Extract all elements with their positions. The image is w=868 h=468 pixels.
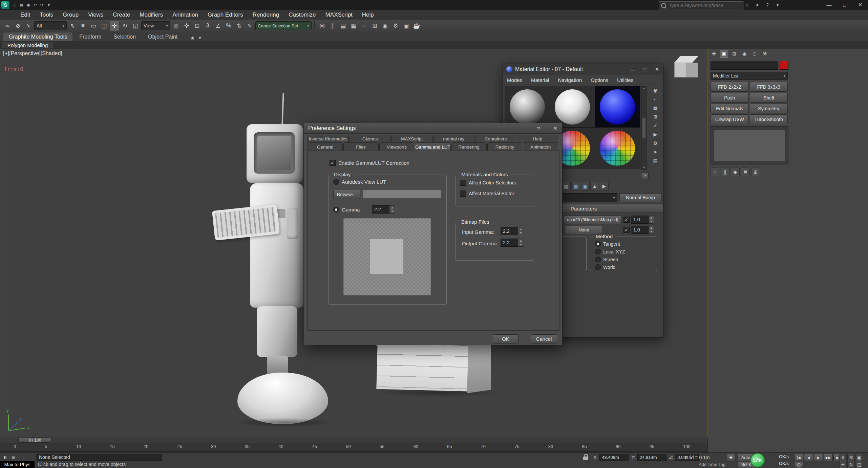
menu-item[interactable]: MAXScript — [325, 12, 353, 18]
additional-bump-map-button[interactable]: None — [565, 226, 603, 234]
modifier-button[interactable]: FFD 2x2x2 — [711, 82, 749, 92]
cancel-button[interactable]: Cancel — [531, 334, 557, 343]
material-editor-maximize-button[interactable]: □ — [639, 65, 651, 74]
preference-tab[interactable]: General — [308, 142, 343, 151]
checkbox-icon[interactable] — [460, 180, 466, 186]
ribbon-tab[interactable]: Graphite Modeling Tools — [3, 32, 72, 41]
unlink-selection-icon[interactable]: ⊘ — [13, 21, 23, 30]
preference-tab[interactable]: Files — [343, 142, 379, 151]
material-editor-titlebar[interactable]: Material Editor - 07 - Default — □ ✕ — [503, 64, 663, 75]
backlight-icon[interactable]: ◐ — [651, 95, 659, 103]
remove-modifier-icon[interactable]: ✖ — [741, 168, 750, 176]
object-name-field[interactable] — [711, 61, 778, 70]
output-gamma-spinner[interactable]: 2.2 ▲▼ — [501, 239, 524, 247]
modifier-button[interactable]: Unwrap UVW — [711, 114, 749, 124]
material-editor-menu-item[interactable]: Options — [591, 77, 608, 83]
show-map-in-viewport-icon[interactable]: ▦ — [571, 182, 580, 191]
material-editor-minimize-button[interactable]: — — [627, 65, 639, 74]
menu-item[interactable]: Views — [88, 12, 103, 18]
menu-item[interactable]: Animation — [172, 12, 198, 18]
checkbox-icon[interactable] — [330, 160, 336, 166]
material-sample-slot[interactable] — [595, 86, 640, 128]
material-editor-menu-item[interactable]: Utilities — [617, 77, 633, 83]
modifier-button[interactable]: FFD 3x3x3 — [750, 82, 788, 92]
menu-item[interactable]: Edit — [20, 12, 30, 18]
preference-tab[interactable]: Rendering — [451, 142, 487, 151]
material-map-navigator-icon[interactable]: ▤ — [651, 157, 659, 165]
gamma-value-spinner[interactable]: 2.2 ▲▼ — [372, 205, 395, 214]
menu-item[interactable]: Graph Editors — [208, 12, 243, 18]
help-icon[interactable]: ? — [764, 2, 771, 8]
preference-tab[interactable]: Animation — [523, 142, 558, 151]
motion-tab-icon[interactable]: ◉ — [740, 50, 748, 58]
select-and-manipulate-icon[interactable]: ✜ — [182, 21, 191, 30]
material-editor-menu-item[interactable]: Modes — [507, 77, 522, 83]
redo-icon[interactable]: ↷ — [39, 2, 45, 8]
affect-color-selectors-checkbox[interactable]: Affect Color Selectors — [460, 180, 516, 186]
keyboard-shortcut-override-icon[interactable]: ⊡ — [192, 21, 202, 30]
menu-item[interactable]: Tools — [40, 12, 53, 18]
material-editor-menu-item[interactable]: Navigation — [558, 77, 582, 83]
ok-button[interactable]: OK — [493, 334, 518, 343]
modifier-stack[interactable] — [711, 126, 788, 164]
method-radio-option[interactable]: Screen — [595, 257, 657, 262]
view-cube-left-face[interactable] — [674, 63, 686, 77]
view-cube-top-face[interactable] — [674, 56, 699, 63]
go-to-start-button[interactable]: |◀ — [794, 454, 803, 461]
configure-modifier-sets-icon[interactable]: ⊞ — [751, 168, 760, 176]
add-time-tag[interactable]: Add Time Tag — [699, 462, 725, 467]
workspace-dropdown-icon[interactable]: ▾ — [45, 2, 52, 8]
dialog-help-button[interactable]: ? — [537, 126, 540, 131]
pan-icon[interactable]: ✛ — [839, 461, 847, 468]
sample-tiling-icon[interactable]: ⊞ — [651, 113, 659, 121]
sample-slots-scrollbar[interactable]: ▲ ▼ — [641, 86, 647, 170]
scroll-up-icon[interactable]: ▲ — [642, 87, 645, 90]
zoom-icon[interactable]: ⊕ — [839, 454, 847, 461]
create-tab-icon[interactable]: ✚ — [710, 50, 718, 58]
enable-gamma-lut-checkbox[interactable]: Enable Gamma/LUT Correction — [330, 160, 409, 166]
ribbon-config-icon[interactable]: ◉ — [189, 35, 196, 41]
view-cube[interactable] — [671, 54, 701, 84]
previous-frame-button[interactable]: ◀ — [804, 454, 813, 461]
modifier-button[interactable]: Symmetry — [750, 104, 788, 113]
preference-tab[interactable]: Containers — [475, 135, 516, 142]
time-slider-track[interactable]: 0 / 100 — [0, 437, 707, 443]
normal-amount-spinner[interactable]: 1.0 ▲▼ — [631, 216, 654, 224]
radio-icon[interactable] — [333, 207, 339, 213]
track-bar-ruler[interactable]: 0510152025303540455055606570758085909510… — [0, 443, 707, 452]
spinner-arrows-icon[interactable]: ▲▼ — [389, 205, 395, 214]
snap-toggle-3d-icon[interactable]: 3 — [203, 21, 212, 30]
time-slider-handle[interactable]: 0 / 100 — [18, 438, 51, 443]
bump-amount-spinner[interactable]: 1.0 ▲▼ — [631, 226, 654, 234]
menu-item[interactable]: Create — [113, 12, 130, 18]
ribbon-tab[interactable]: Selection — [108, 32, 141, 41]
radio-icon[interactable] — [595, 264, 601, 270]
zoom-extents-icon[interactable]: ▣ — [855, 454, 863, 461]
set-keys-button[interactable]: ✚ — [727, 454, 735, 461]
menu-item[interactable]: Customize — [289, 12, 316, 18]
method-radio-option[interactable]: Tangent — [595, 241, 657, 247]
preference-dialog-titlebar[interactable]: Preference Settings ? ✕ — [304, 123, 562, 134]
preference-tab[interactable]: MAXScript — [391, 135, 432, 142]
rendered-frame-window-icon[interactable]: ▣ — [401, 21, 411, 30]
render-production-icon[interactable]: ☕ — [412, 21, 421, 30]
view-cube-right-face[interactable] — [686, 63, 698, 77]
material-editor-close-button[interactable]: ✕ — [651, 65, 663, 74]
spinner-arrows-icon[interactable]: ▲▼ — [518, 227, 524, 235]
curve-editor-icon[interactable]: ≈ — [359, 21, 369, 30]
radio-icon[interactable] — [595, 241, 601, 247]
isolate-selection-icon[interactable]: ◧ — [2, 454, 9, 461]
select-and-scale-icon[interactable]: ◱ — [131, 21, 140, 30]
preference-tab[interactable]: Inverse Kinematics — [308, 135, 349, 142]
ribbon-tab[interactable]: Freeform — [74, 32, 107, 41]
go-forward-sibling-icon[interactable]: ▶ — [600, 182, 609, 191]
radio-icon[interactable] — [595, 249, 601, 254]
use-pivot-center-icon[interactable]: ◎ — [171, 21, 181, 30]
input-gamma-spinner[interactable]: 2.2 ▲▼ — [501, 227, 524, 235]
close-button[interactable]: ✕ — [852, 0, 868, 9]
go-to-parent-icon[interactable]: ▲ — [590, 182, 599, 191]
select-and-move-icon[interactable]: ✛ — [110, 21, 119, 30]
maximize-viewport-icon[interactable]: ◱ — [855, 461, 863, 468]
affect-material-editor-checkbox[interactable]: Affect Material Editor — [460, 191, 514, 197]
play-button[interactable]: ▶ — [814, 454, 823, 461]
